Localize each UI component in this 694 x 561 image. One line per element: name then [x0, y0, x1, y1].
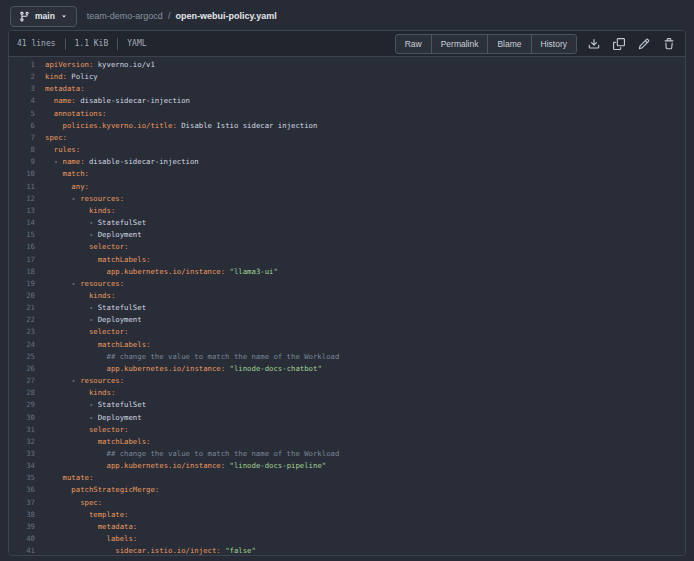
line-number[interactable]: 25 [9, 351, 35, 363]
code-text: metadata: [35, 83, 85, 95]
code-line: 15 - Deployment [9, 229, 685, 241]
line-number[interactable]: 40 [9, 533, 35, 545]
line-number[interactable]: 23 [9, 326, 35, 338]
code-line: 3metadata: [9, 83, 685, 95]
line-number[interactable]: 31 [9, 424, 35, 436]
branch-selector[interactable]: main [10, 6, 77, 27]
line-number[interactable]: 33 [9, 448, 35, 460]
code-line: 36 patchStrategicMerge: [9, 484, 685, 496]
history-button[interactable]: History [531, 34, 577, 54]
git-branch-icon [19, 11, 30, 22]
line-number[interactable]: 15 [9, 229, 35, 241]
code-text: - resources: [35, 375, 124, 387]
code-text: - StatefulSet [35, 217, 146, 229]
file-view-panel: 41 lines 1.1 KiB YAML Raw Permalink Blam… [8, 30, 686, 556]
line-number[interactable]: 13 [9, 205, 35, 217]
code-line: 37 spec: [9, 497, 685, 509]
breadcrumb-repo-link[interactable]: team-demo-argocd [87, 11, 163, 21]
line-number[interactable]: 27 [9, 375, 35, 387]
line-number[interactable]: 9 [9, 156, 35, 168]
code-text: mutate: [35, 472, 93, 484]
meta-divider [117, 38, 118, 50]
download-button[interactable] [586, 36, 602, 52]
code-text: policies.kyverno.io/title: Disable Istio… [35, 120, 317, 132]
copy-icon [613, 38, 625, 50]
line-number[interactable]: 3 [9, 83, 35, 95]
code-text: - resources: [35, 193, 124, 205]
line-number[interactable]: 29 [9, 399, 35, 411]
permalink-button[interactable]: Permalink [431, 34, 489, 54]
code-line: 39 metadata: [9, 521, 685, 533]
code-text: spec: [35, 497, 102, 509]
line-number[interactable]: 18 [9, 266, 35, 278]
trash-icon [663, 38, 675, 50]
line-number[interactable]: 22 [9, 314, 35, 326]
code-line: 16 selector: [9, 241, 685, 253]
breadcrumb-filename: open-webui-policy.yaml [175, 11, 276, 21]
code-text: app.kubernetes.io/instance: "llama3-ui" [35, 266, 278, 278]
copy-button[interactable] [611, 36, 627, 52]
code-text: - name: disable-sidecar-injection [35, 156, 199, 168]
code-text: ## change the value to match the name of… [35, 351, 339, 363]
line-number[interactable]: 19 [9, 278, 35, 290]
line-number[interactable]: 8 [9, 144, 35, 156]
file-meta: 41 lines 1.1 KiB YAML [17, 38, 147, 50]
line-number[interactable]: 30 [9, 412, 35, 424]
code-line: 21 - StatefulSet [9, 302, 685, 314]
code-text: - Deployment [35, 314, 142, 326]
line-number[interactable]: 34 [9, 460, 35, 472]
edit-pencil-icon [638, 38, 650, 50]
code-line: 1apiVersion: kyverno.io/v1 [9, 59, 685, 71]
line-number[interactable]: 35 [9, 472, 35, 484]
line-number[interactable]: 26 [9, 363, 35, 375]
code-line: 23 selector: [9, 326, 685, 338]
file-action-button-group: Raw Permalink Blame History [395, 34, 577, 54]
line-number[interactable]: 5 [9, 108, 35, 120]
code-line: 5 annotations: [9, 108, 685, 120]
line-number[interactable]: 11 [9, 181, 35, 193]
line-number[interactable]: 39 [9, 521, 35, 533]
code-line: 35 mutate: [9, 472, 685, 484]
line-number[interactable]: 16 [9, 241, 35, 253]
code-text: metadata: [35, 521, 137, 533]
code-line: 17 matchLabels: [9, 254, 685, 266]
topbar: main team-demo-argocd / open-webui-polic… [0, 0, 694, 30]
dropdown-caret-icon [60, 12, 68, 20]
line-number[interactable]: 41 [9, 545, 35, 555]
download-icon [588, 38, 600, 50]
line-number[interactable]: 6 [9, 120, 35, 132]
line-number[interactable]: 12 [9, 193, 35, 205]
line-number[interactable]: 32 [9, 436, 35, 448]
code-text: any: [35, 181, 89, 193]
line-number[interactable]: 28 [9, 387, 35, 399]
code-text: spec: [35, 132, 67, 144]
line-number[interactable]: 7 [9, 132, 35, 144]
line-number[interactable]: 2 [9, 71, 35, 83]
line-number[interactable]: 20 [9, 290, 35, 302]
file-line-count: 41 lines [17, 39, 56, 48]
line-number[interactable]: 24 [9, 339, 35, 351]
code-text: selector: [35, 424, 128, 436]
delete-button[interactable] [661, 36, 677, 52]
code-text: kinds: [35, 290, 115, 302]
line-number[interactable]: 36 [9, 484, 35, 496]
line-number[interactable]: 17 [9, 254, 35, 266]
code-line: 4 name: disable-sidecar-injection [9, 95, 685, 107]
code-text: sidecar.istio.io/inject: "false" [35, 545, 256, 555]
line-number[interactable]: 14 [9, 217, 35, 229]
line-number[interactable]: 1 [9, 59, 35, 71]
code-line: 8 rules: [9, 144, 685, 156]
line-number[interactable]: 37 [9, 497, 35, 509]
line-number[interactable]: 4 [9, 95, 35, 107]
line-number[interactable]: 38 [9, 509, 35, 521]
code-text: app.kubernetes.io/instance: "linode-docs… [35, 460, 326, 472]
line-number[interactable]: 21 [9, 302, 35, 314]
raw-button[interactable]: Raw [395, 34, 432, 54]
code-text: kinds: [35, 387, 115, 399]
code-text: kinds: [35, 205, 115, 217]
code-text: - resources: [35, 278, 124, 290]
code-text: patchStrategicMerge: [35, 484, 159, 496]
edit-button[interactable] [636, 36, 652, 52]
blame-button[interactable]: Blame [487, 34, 531, 54]
line-number[interactable]: 10 [9, 168, 35, 180]
